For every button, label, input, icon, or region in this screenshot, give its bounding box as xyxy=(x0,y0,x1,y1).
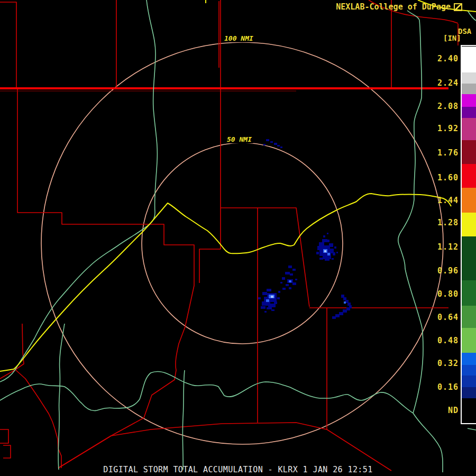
product-title: DIGITAL STORM TOTAL ACCUMULATION - KLRX … xyxy=(103,465,372,474)
scale-label: 2.08 xyxy=(437,102,459,111)
scale-label: 2.40 xyxy=(437,54,459,63)
scale-label: 1.92 xyxy=(437,124,459,133)
scale-label: ND xyxy=(448,406,459,415)
scale-label: 1.28 xyxy=(437,218,459,227)
scale-label: 1.44 xyxy=(437,196,459,205)
scale-label: 0.16 xyxy=(437,382,459,392)
radar-display: NEXLAB-College of DuPage DSA [IN] 100 NM… xyxy=(0,0,476,476)
scale-labels: 2.402.242.081.921.761.601.441.281.120.96… xyxy=(0,0,476,476)
scale-label: 0.32 xyxy=(437,359,459,368)
scale-label: 0.80 xyxy=(437,289,459,299)
scale-label: 0.64 xyxy=(437,313,459,322)
scale-label: 1.76 xyxy=(437,148,459,158)
scale-label: 2.24 xyxy=(437,78,459,88)
scale-label: 1.12 xyxy=(437,242,459,252)
scale-label: 1.60 xyxy=(437,173,459,182)
scale-label: 0.96 xyxy=(437,266,459,276)
scale-label: 0.48 xyxy=(437,336,459,345)
